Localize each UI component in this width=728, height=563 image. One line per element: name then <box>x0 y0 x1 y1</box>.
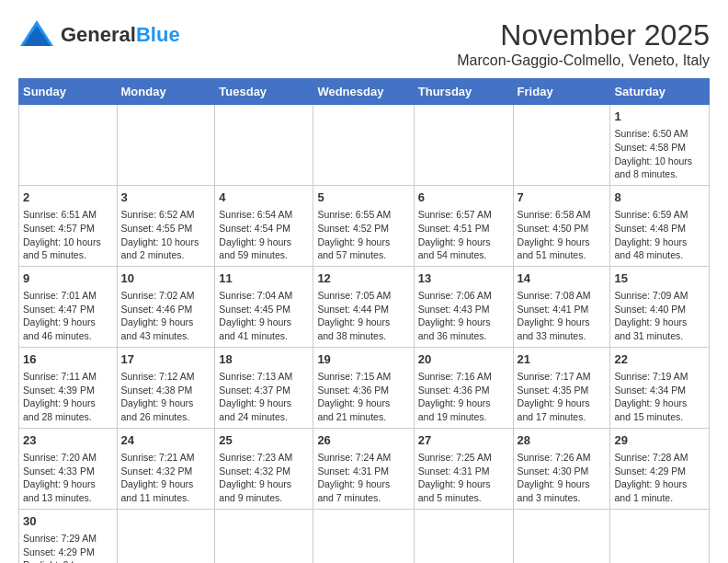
calendar-day-cell: 23Sunrise: 7:20 AM Sunset: 4:33 PM Dayli… <box>19 428 118 509</box>
calendar-day-cell: 15Sunrise: 7:09 AM Sunset: 4:40 PM Dayli… <box>610 266 710 347</box>
calendar-day-cell <box>19 105 118 186</box>
calendar-day-cell <box>414 105 513 186</box>
day-info: Sunrise: 7:20 AM Sunset: 4:33 PM Dayligh… <box>23 451 113 505</box>
calendar-day-cell: 12Sunrise: 7:05 AM Sunset: 4:44 PM Dayli… <box>313 266 414 347</box>
day-number: 30 <box>23 513 113 530</box>
day-number: 21 <box>518 351 607 368</box>
calendar-day-cell: 28Sunrise: 7:26 AM Sunset: 4:30 PM Dayli… <box>513 428 610 509</box>
title-block: November 2025 Marcon-Gaggio-Colmello, Ve… <box>457 18 710 69</box>
day-of-week-header: Saturday <box>610 79 710 105</box>
calendar-day-cell: 13Sunrise: 7:06 AM Sunset: 4:43 PM Dayli… <box>414 266 513 347</box>
day-info: Sunrise: 7:01 AM Sunset: 4:47 PM Dayligh… <box>23 289 113 343</box>
day-info: Sunrise: 7:08 AM Sunset: 4:41 PM Dayligh… <box>518 289 607 343</box>
logo: GeneralBlue <box>18 18 180 51</box>
calendar-day-cell: 29Sunrise: 7:28 AM Sunset: 4:29 PM Dayli… <box>610 428 710 509</box>
calendar-day-cell: 7Sunrise: 6:58 AM Sunset: 4:50 PM Daylig… <box>513 185 610 266</box>
calendar-day-cell: 17Sunrise: 7:12 AM Sunset: 4:38 PM Dayli… <box>117 347 215 428</box>
day-number: 12 <box>317 270 409 287</box>
day-info: Sunrise: 7:12 AM Sunset: 4:38 PM Dayligh… <box>121 370 211 424</box>
day-of-week-header: Tuesday <box>215 79 313 105</box>
calendar-week-row: 9Sunrise: 7:01 AM Sunset: 4:47 PM Daylig… <box>19 266 710 347</box>
calendar-week-row: 30Sunrise: 7:29 AM Sunset: 4:29 PM Dayli… <box>19 509 710 563</box>
calendar-day-cell: 3Sunrise: 6:52 AM Sunset: 4:55 PM Daylig… <box>117 185 215 266</box>
day-info: Sunrise: 6:52 AM Sunset: 4:55 PM Dayligh… <box>121 208 211 262</box>
day-number: 4 <box>219 190 309 206</box>
day-info: Sunrise: 7:17 AM Sunset: 4:35 PM Dayligh… <box>518 370 607 424</box>
day-number: 25 <box>219 432 309 449</box>
day-number: 26 <box>317 432 409 449</box>
day-info: Sunrise: 7:19 AM Sunset: 4:34 PM Dayligh… <box>614 370 705 424</box>
day-number: 13 <box>418 270 509 287</box>
day-number: 8 <box>614 190 705 206</box>
calendar-day-cell: 24Sunrise: 7:21 AM Sunset: 4:32 PM Dayli… <box>117 428 215 509</box>
day-info: Sunrise: 6:51 AM Sunset: 4:57 PM Dayligh… <box>23 208 113 262</box>
calendar-day-cell: 8Sunrise: 6:59 AM Sunset: 4:48 PM Daylig… <box>610 185 710 266</box>
page-header: GeneralBlue November 2025 Marcon-Gaggio-… <box>18 18 710 69</box>
day-info: Sunrise: 6:55 AM Sunset: 4:52 PM Dayligh… <box>317 208 409 262</box>
day-number: 18 <box>219 351 309 368</box>
day-info: Sunrise: 7:04 AM Sunset: 4:45 PM Dayligh… <box>219 289 309 343</box>
calendar-day-cell: 2Sunrise: 6:51 AM Sunset: 4:57 PM Daylig… <box>19 185 118 266</box>
day-number: 23 <box>23 432 113 449</box>
calendar-header-row: SundayMondayTuesdayWednesdayThursdayFrid… <box>19 79 710 105</box>
day-number: 1 <box>614 109 705 125</box>
day-info: Sunrise: 7:29 AM Sunset: 4:29 PM Dayligh… <box>23 532 113 563</box>
calendar-day-cell <box>610 509 710 563</box>
day-info: Sunrise: 7:23 AM Sunset: 4:32 PM Dayligh… <box>219 451 309 505</box>
calendar-day-cell: 27Sunrise: 7:25 AM Sunset: 4:31 PM Dayli… <box>414 428 513 509</box>
day-number: 19 <box>317 351 409 368</box>
day-of-week-header: Wednesday <box>313 79 414 105</box>
calendar-day-cell <box>117 105 215 186</box>
calendar-day-cell <box>414 509 513 563</box>
calendar-day-cell <box>313 509 414 563</box>
calendar-day-cell: 20Sunrise: 7:16 AM Sunset: 4:36 PM Dayli… <box>414 347 513 428</box>
day-of-week-header: Monday <box>117 79 215 105</box>
logo-text: GeneralBlue <box>61 25 180 45</box>
day-number: 14 <box>518 270 607 287</box>
calendar-day-cell: 22Sunrise: 7:19 AM Sunset: 4:34 PM Dayli… <box>610 347 710 428</box>
day-info: Sunrise: 7:24 AM Sunset: 4:31 PM Dayligh… <box>317 451 409 505</box>
day-info: Sunrise: 7:26 AM Sunset: 4:30 PM Dayligh… <box>518 451 607 505</box>
calendar-day-cell: 9Sunrise: 7:01 AM Sunset: 4:47 PM Daylig… <box>19 266 118 347</box>
day-info: Sunrise: 7:28 AM Sunset: 4:29 PM Dayligh… <box>614 451 705 505</box>
day-info: Sunrise: 7:16 AM Sunset: 4:36 PM Dayligh… <box>418 370 509 424</box>
day-number: 10 <box>121 270 211 287</box>
calendar-day-cell: 5Sunrise: 6:55 AM Sunset: 4:52 PM Daylig… <box>313 185 414 266</box>
day-number: 28 <box>518 432 607 449</box>
day-info: Sunrise: 7:06 AM Sunset: 4:43 PM Dayligh… <box>418 289 509 343</box>
day-number: 24 <box>121 432 211 449</box>
calendar-day-cell <box>215 105 313 186</box>
location-title: Marcon-Gaggio-Colmello, Veneto, Italy <box>457 52 710 69</box>
calendar-day-cell <box>313 105 414 186</box>
calendar-week-row: 2Sunrise: 6:51 AM Sunset: 4:57 PM Daylig… <box>19 185 710 266</box>
day-info: Sunrise: 7:15 AM Sunset: 4:36 PM Dayligh… <box>317 370 409 424</box>
calendar-day-cell: 10Sunrise: 7:02 AM Sunset: 4:46 PM Dayli… <box>117 266 215 347</box>
day-info: Sunrise: 7:21 AM Sunset: 4:32 PM Dayligh… <box>121 451 211 505</box>
day-number: 6 <box>418 190 509 206</box>
day-number: 20 <box>418 351 509 368</box>
day-number: 29 <box>614 432 705 449</box>
day-number: 27 <box>418 432 509 449</box>
generalblue-logo-icon <box>18 18 55 51</box>
calendar-day-cell: 1Sunrise: 6:50 AM Sunset: 4:58 PM Daylig… <box>610 105 710 186</box>
day-number: 11 <box>219 270 309 287</box>
day-number: 5 <box>317 190 409 206</box>
calendar-week-row: 1Sunrise: 6:50 AM Sunset: 4:58 PM Daylig… <box>19 105 710 186</box>
day-info: Sunrise: 6:57 AM Sunset: 4:51 PM Dayligh… <box>418 208 509 262</box>
calendar-day-cell: 16Sunrise: 7:11 AM Sunset: 4:39 PM Dayli… <box>19 347 118 428</box>
day-info: Sunrise: 7:09 AM Sunset: 4:40 PM Dayligh… <box>614 289 705 343</box>
calendar-day-cell: 11Sunrise: 7:04 AM Sunset: 4:45 PM Dayli… <box>215 266 313 347</box>
calendar-day-cell: 26Sunrise: 7:24 AM Sunset: 4:31 PM Dayli… <box>313 428 414 509</box>
calendar-table: SundayMondayTuesdayWednesdayThursdayFrid… <box>18 78 710 563</box>
day-info: Sunrise: 6:54 AM Sunset: 4:54 PM Dayligh… <box>219 208 309 262</box>
calendar-day-cell <box>215 509 313 563</box>
svg-rect-2 <box>29 35 44 46</box>
calendar-day-cell: 14Sunrise: 7:08 AM Sunset: 4:41 PM Dayli… <box>513 266 610 347</box>
day-info: Sunrise: 7:11 AM Sunset: 4:39 PM Dayligh… <box>23 370 113 424</box>
day-number: 15 <box>614 270 705 287</box>
day-info: Sunrise: 7:13 AM Sunset: 4:37 PM Dayligh… <box>219 370 309 424</box>
day-of-week-header: Sunday <box>19 79 118 105</box>
calendar-day-cell <box>513 105 610 186</box>
day-number: 17 <box>121 351 211 368</box>
day-number: 9 <box>23 270 113 287</box>
